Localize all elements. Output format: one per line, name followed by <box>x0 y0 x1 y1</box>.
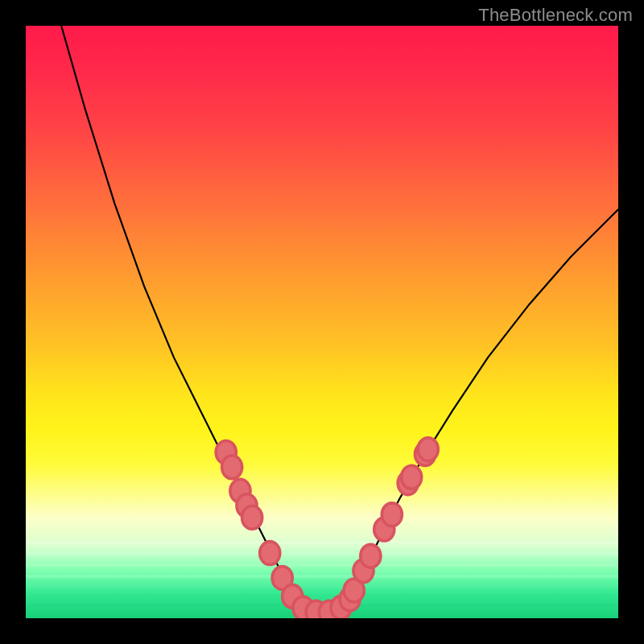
plot-area <box>26 26 618 618</box>
chart-frame: TheBottleneck.com <box>0 0 644 644</box>
bottleneck-curve <box>61 26 618 614</box>
data-point <box>222 456 242 479</box>
chart-svg <box>26 26 618 618</box>
data-point <box>361 544 381 568</box>
data-point <box>402 465 422 489</box>
data-point <box>382 503 402 526</box>
curve-lines <box>61 26 618 614</box>
data-point <box>260 542 280 565</box>
watermark-text: TheBottleneck.com <box>478 5 633 26</box>
data-point <box>418 438 438 461</box>
data-point <box>242 506 262 529</box>
data-markers <box>216 438 438 618</box>
